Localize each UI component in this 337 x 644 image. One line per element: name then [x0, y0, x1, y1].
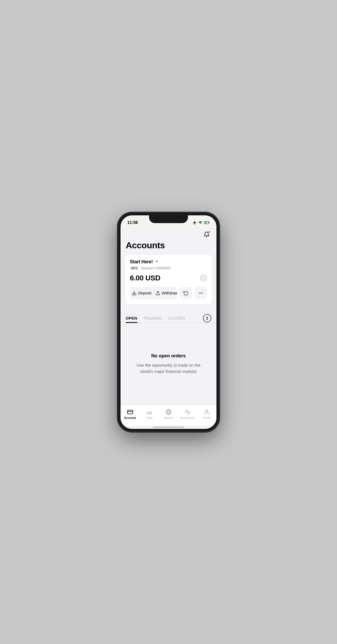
more-options-button[interactable] — [195, 287, 207, 299]
notification-dot — [208, 231, 210, 233]
sort-button[interactable] — [203, 314, 211, 322]
tab-pending[interactable]: PENDING — [144, 314, 162, 323]
withdraw-icon — [156, 291, 160, 295]
chevron-down-icon[interactable] — [155, 260, 159, 264]
account-name-row: Start Here! — [130, 259, 207, 265]
account-name: Start Here! — [130, 259, 153, 265]
screen: Accounts Start Here! MT5 Standard #88888… — [121, 228, 216, 429]
deposit-withdraw-group: Deposit Withdraw — [130, 287, 177, 299]
page-title: Accounts — [121, 239, 216, 254]
svg-point-20 — [206, 410, 208, 412]
tab-open[interactable]: OPEN — [126, 314, 137, 323]
trade-nav-label: Trade — [146, 416, 153, 419]
deposit-button[interactable]: Deposit — [130, 287, 153, 299]
withdraw-label: Withdraw — [162, 291, 177, 295]
nav-item-trade[interactable]: Trade — [140, 408, 159, 420]
accounts-nav-icon — [127, 409, 134, 415]
deposit-label: Deposit — [138, 291, 151, 295]
performance-nav-label: Performance — [180, 416, 195, 419]
balance-amount: 6.00 USD — [130, 274, 160, 282]
svg-rect-11 — [128, 410, 133, 414]
svg-point-8 — [199, 293, 200, 293]
empty-title: No open orders — [151, 353, 186, 359]
airplane-icon — [193, 221, 197, 225]
status-time: 11:56 — [127, 220, 138, 225]
profile-nav-label: Profile — [203, 416, 210, 419]
markets-nav-icon — [165, 409, 172, 415]
accounts-nav-label: Accounts — [124, 416, 136, 419]
nav-item-markets[interactable]: Markets — [159, 408, 178, 420]
notch — [149, 215, 188, 223]
mt5-badge: MT5 — [130, 266, 139, 270]
notification-bell[interactable] — [202, 230, 211, 239]
profile-nav-icon — [203, 409, 210, 415]
sort-icon — [205, 316, 209, 320]
battery-icon — [204, 221, 210, 224]
bottom-nav: Accounts Trade — [121, 405, 216, 426]
account-card: Start Here! MT5 Standard #8888888 6.00 U… — [125, 254, 212, 305]
svg-rect-1 — [209, 222, 209, 223]
account-meta: MT5 Standard #8888888 — [130, 266, 207, 270]
empty-subtitle: Use the opportunity to trade on the worl… — [131, 362, 206, 375]
status-icons — [193, 221, 210, 225]
deposit-icon — [132, 291, 137, 295]
header-actions — [121, 228, 216, 239]
home-indicator — [153, 427, 184, 428]
more-icon — [198, 291, 203, 296]
account-number: Standard #8888888 — [141, 266, 170, 270]
phone-frame: 11:56 — [118, 213, 219, 431]
history-icon — [183, 291, 188, 296]
tabs-section: OPEN PENDING CLOSED — [121, 309, 216, 323]
markets-nav-label: Markets — [164, 416, 173, 419]
balance-row: 6.00 USD — [130, 274, 207, 282]
performance-nav-icon — [184, 409, 191, 415]
history-button[interactable] — [180, 287, 192, 299]
wifi-icon — [198, 221, 202, 225]
info-icon[interactable] — [200, 274, 207, 282]
tab-closed[interactable]: CLOSED — [168, 314, 185, 323]
trade-nav-icon — [146, 409, 153, 415]
tabs: OPEN PENDING CLOSED — [126, 314, 203, 323]
svg-point-10 — [202, 293, 203, 293]
nav-item-accounts[interactable]: Accounts — [121, 408, 140, 420]
nav-item-profile[interactable]: Profile — [197, 408, 216, 420]
nav-item-performance[interactable]: Performance — [178, 408, 197, 420]
empty-state: No open orders Use the opportunity to tr… — [121, 323, 216, 405]
svg-point-9 — [200, 293, 201, 293]
action-buttons: Deposit Withdraw — [130, 287, 207, 299]
withdraw-button[interactable]: Withdraw — [153, 287, 177, 299]
